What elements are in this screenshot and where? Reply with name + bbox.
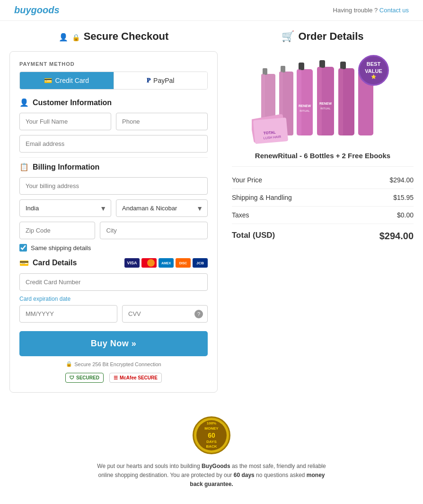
country-state-row: India United States United Kingdom Austr… xyxy=(19,199,208,217)
svg-rect-19 xyxy=(340,62,346,69)
money-back-badge: 100% MONEY 60 DAYS BACK xyxy=(193,416,230,454)
badge-days: DAYS xyxy=(206,440,217,444)
badge-back: BACK xyxy=(206,444,217,449)
billing-address-row xyxy=(19,177,208,195)
product-title: RenewRitual - 6 Bottles + 2 Free Ebooks xyxy=(232,152,414,160)
badge-60: 60 xyxy=(208,431,215,440)
cart-icon: 🛒 xyxy=(282,30,294,43)
city-input[interactable] xyxy=(100,222,208,239)
country-select-wrapper: India United States United Kingdom Austr… xyxy=(19,199,111,217)
badge-money: MONEY xyxy=(204,426,218,431)
cvv-help-icon[interactable]: ? xyxy=(194,310,203,318)
country-select[interactable]: India United States United Kingdom Austr… xyxy=(19,199,111,217)
shipping-label: Shipping & Handling xyxy=(232,194,292,201)
total-row: Total (USD) $294.00 xyxy=(232,224,414,246)
product-image-area: RENEW RITUAL RENEW RITUAL TOTAL xyxy=(232,50,414,145)
card-details-header: 💳 Card Details VISA AMEX DISC JCB xyxy=(19,258,208,268)
svg-rect-6 xyxy=(281,66,285,72)
email-row xyxy=(19,135,208,153)
card-number-row xyxy=(19,273,208,291)
visa-icon: VISA xyxy=(124,258,140,268)
main-container: Secure Checkout PAYMENT METHOD 💳 Credit … xyxy=(0,21,423,402)
order-divider-1 xyxy=(232,166,414,167)
name-phone-row xyxy=(19,113,208,130)
footer-text: We put our hearts and souls into buildin… xyxy=(93,462,330,489)
total-label: Total (USD) xyxy=(232,231,275,242)
card-icons-group: VISA AMEX DISC JCB xyxy=(124,258,208,268)
same-shipping-checkbox[interactable] xyxy=(19,244,27,252)
svg-rect-9 xyxy=(299,63,304,70)
svg-text:RITUAL: RITUAL xyxy=(300,109,310,112)
user-icon xyxy=(59,30,68,43)
header: buygoods Having trouble ? Contact us xyxy=(0,0,423,21)
product-visual: RENEW RITUAL RENEW RITUAL TOTAL xyxy=(252,50,394,145)
svg-point-1 xyxy=(147,259,155,267)
left-panel: Secure Checkout PAYMENT METHOD 💳 Credit … xyxy=(9,30,218,393)
footer-brand: BuyGoods xyxy=(202,463,230,469)
secure-connection-line: 🔒 Secure 256 Bit Encrypted Connection xyxy=(19,361,208,367)
svg-rect-15 xyxy=(317,67,322,135)
shield-icon: 🛡 xyxy=(70,375,74,380)
secured-badge: 🛡 SECURED xyxy=(65,373,104,383)
footer-days-bold: 60 days xyxy=(234,472,255,478)
expiry-cvv-row: ? xyxy=(19,305,208,323)
tab-paypal[interactable]: 𝐏 PayPal xyxy=(114,72,208,89)
jcb-icon: JCB xyxy=(193,258,208,268)
payment-method-label: PAYMENT METHOD xyxy=(19,61,208,67)
full-name-input[interactable] xyxy=(19,113,111,130)
order-details-title: 🛒 Order Details xyxy=(232,30,414,43)
state-select-wrapper: Andaman & Nicobar Delhi Maharashtra ▼ xyxy=(116,199,208,217)
expiry-input[interactable] xyxy=(19,305,117,323)
card-number-input[interactable] xyxy=(19,273,208,291)
card-details-icon: 💳 xyxy=(19,259,29,268)
billing-address-input[interactable] xyxy=(19,177,208,195)
customer-icon: 👤 xyxy=(19,98,29,107)
email-input[interactable] xyxy=(19,135,208,153)
svg-text:RENEW: RENEW xyxy=(299,104,311,108)
taxes-value: $0.00 xyxy=(397,211,414,219)
discover-icon: DISC xyxy=(176,258,191,268)
right-panel: 🛒 Order Details xyxy=(232,30,414,393)
billing-icon: 📋 xyxy=(19,162,29,171)
same-shipping-row: Same shipping details xyxy=(19,244,208,252)
mcafee-icon: ☰ xyxy=(114,375,118,380)
best-value-line1: BEST xyxy=(367,61,380,67)
shipping-row: Shipping & Handling $15.95 xyxy=(232,189,414,207)
svg-text:RITUAL: RITUAL xyxy=(320,107,331,110)
shipping-value: $15.95 xyxy=(393,194,414,201)
header-help: Having trouble ? Contact us xyxy=(333,7,409,14)
badge-100: 100% xyxy=(207,421,216,426)
footer: 100% MONEY 60 DAYS BACK We put our heart… xyxy=(0,402,423,499)
svg-text:RENEW: RENEW xyxy=(319,102,332,105)
same-shipping-label[interactable]: Same shipping details xyxy=(31,244,91,252)
zip-input[interactable] xyxy=(19,222,95,239)
taxes-label: Taxes xyxy=(232,211,249,219)
payment-tabs: 💳 Credit Card 𝐏 PayPal xyxy=(19,72,208,90)
state-select[interactable]: Andaman & Nicobar Delhi Maharashtra xyxy=(116,199,208,217)
svg-rect-10 xyxy=(297,69,301,135)
footer-text-part1: We put our hearts and souls into buildin… xyxy=(97,463,202,469)
paypal-icon: 𝐏 xyxy=(147,77,150,84)
trust-badges: 🛡 SECURED ☰ McAfee SECURE xyxy=(19,373,208,383)
best-value-badge: BEST VALUE ⭐ xyxy=(358,55,389,86)
divider-1 xyxy=(19,157,208,158)
buy-now-button[interactable]: Buy Now » xyxy=(19,331,208,356)
tab-credit-card[interactable]: 💳 Credit Card xyxy=(20,72,114,89)
contact-us-link[interactable]: Contact us xyxy=(379,7,409,14)
customer-info-header: 👤 Customer Information xyxy=(19,98,208,107)
trouble-text: Having trouble ? xyxy=(333,7,378,14)
site-logo[interactable]: buygoods xyxy=(14,5,60,16)
svg-rect-14 xyxy=(319,60,325,68)
taxes-row: Taxes $0.00 xyxy=(232,207,414,224)
phone-input[interactable] xyxy=(116,113,208,130)
payment-card: PAYMENT METHOD 💳 Credit Card 𝐏 PayPal 👤 … xyxy=(9,51,218,393)
mcafee-badge: ☰ McAfee SECURE xyxy=(109,373,162,383)
footer-text-part3: no questions asked xyxy=(255,472,307,478)
svg-rect-3 xyxy=(263,68,267,75)
credit-card-icon: 💳 xyxy=(44,77,52,84)
money-back-badge-inner: 100% MONEY 60 DAYS BACK xyxy=(196,420,227,450)
your-price-value: $294.00 xyxy=(389,176,414,184)
total-value: $294.00 xyxy=(379,231,414,242)
expiry-label: Card expiration date xyxy=(19,296,208,302)
best-value-line2: VALUE xyxy=(365,68,382,74)
